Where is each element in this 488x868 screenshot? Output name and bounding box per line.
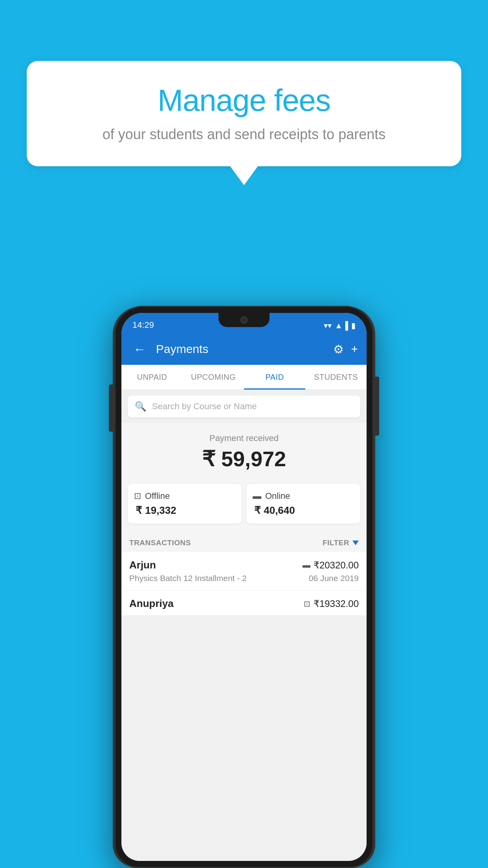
back-button[interactable]: ← — [130, 339, 149, 360]
txn-top-row-2: Anupriya ⊡ ₹19332.00 — [129, 598, 359, 610]
tab-students[interactable]: STUDENTS — [305, 365, 367, 390]
transaction-row[interactable]: Arjun ▬ ₹20320.00 Physics Batch 12 Insta… — [121, 552, 367, 590]
filter-triangle-icon — [352, 541, 359, 545]
tab-unpaid[interactable]: UNPAID — [121, 365, 183, 390]
txn-course: Physics Batch 12 Installment - 2 — [129, 574, 247, 583]
transactions-label: TRANSACTIONS — [129, 539, 191, 547]
battery-icon: ▮ — [351, 321, 356, 330]
add-icon[interactable]: + — [351, 342, 358, 356]
status-icons: ▾▾ ▲▐ ▮ — [324, 321, 356, 330]
payment-amount: ₹ 59,972 — [128, 447, 360, 471]
online-card-header: ▬ Online — [253, 491, 354, 501]
txn-name-2: Anupriya — [129, 598, 174, 610]
payment-received-label: Payment received — [128, 433, 360, 443]
offline-label: Offline — [145, 491, 170, 501]
payment-summary: Payment received ₹ 59,972 — [121, 423, 367, 480]
txn-amount: ₹20320.00 — [314, 560, 359, 571]
phone-outer: 14:29 ▾▾ ▲▐ ▮ ← Payments ⚙ + UNPAID — [114, 306, 374, 868]
offline-icon: ⊡ — [134, 491, 141, 501]
payment-cards-row: ⊡ Offline ₹ 19,332 ▬ Online ₹ 40,640 — [121, 480, 367, 531]
offline-card-header: ⊡ Offline — [134, 491, 235, 501]
offline-amount: ₹ 19,332 — [134, 504, 235, 517]
search-icon: 🔍 — [135, 401, 147, 412]
txn-top-row: Arjun ▬ ₹20320.00 — [129, 559, 359, 571]
bubble-title: Manage fees — [50, 83, 438, 118]
signal-icon: ▲▐ — [335, 321, 348, 330]
settings-icon[interactable]: ⚙ — [333, 342, 344, 356]
speech-bubble-container: Manage fees of your students and send re… — [27, 61, 461, 166]
txn-name: Arjun — [129, 559, 156, 571]
offline-payment-card: ⊡ Offline ₹ 19,332 — [128, 484, 242, 524]
wifi-icon: ▾▾ — [324, 321, 332, 330]
search-input[interactable]: Search by Course or Name — [152, 401, 257, 412]
phone-notch — [218, 313, 270, 327]
bubble-subtitle: of your students and send receipts to pa… — [50, 126, 438, 143]
app-bar: ← Payments ⚙ + — [121, 333, 367, 365]
filter-button[interactable]: FILTER — [323, 539, 359, 547]
txn-amount-wrap: ▬ ₹20320.00 — [303, 560, 359, 571]
tab-paid[interactable]: PAID — [244, 365, 305, 390]
online-payment-card: ▬ Online ₹ 40,640 — [246, 484, 360, 524]
online-label: Online — [265, 491, 290, 501]
status-time: 14:29 — [132, 320, 154, 330]
tab-upcoming[interactable]: UPCOMING — [183, 365, 244, 390]
notch-camera — [240, 316, 248, 324]
phone-frame: 14:29 ▾▾ ▲▐ ▮ ← Payments ⚙ + UNPAID — [114, 306, 374, 868]
txn-card-icon-2: ⊡ — [304, 599, 310, 609]
phone-screen: 14:29 ▾▾ ▲▐ ▮ ← Payments ⚙ + UNPAID — [121, 313, 367, 861]
filter-label: FILTER — [323, 539, 349, 547]
app-bar-actions: ⚙ + — [333, 342, 358, 356]
txn-amount-2: ₹19332.00 — [314, 598, 359, 609]
txn-bottom-row: Physics Batch 12 Installment - 2 06 June… — [129, 574, 359, 583]
txn-amount-wrap-2: ⊡ ₹19332.00 — [304, 598, 359, 609]
main-content: 🔍 Search by Course or Name Payment recei… — [121, 395, 367, 615]
tabs-bar: UNPAID UPCOMING PAID STUDENTS — [121, 365, 367, 390]
page-title: Payments — [156, 342, 326, 356]
transaction-row-partial[interactable]: Anupriya ⊡ ₹19332.00 — [121, 590, 367, 615]
search-bar[interactable]: 🔍 Search by Course or Name — [128, 395, 360, 417]
online-icon: ▬ — [253, 491, 261, 501]
online-amount: ₹ 40,640 — [253, 504, 354, 517]
speech-bubble: Manage fees of your students and send re… — [27, 61, 461, 166]
txn-date: 06 June 2019 — [309, 574, 359, 583]
txn-card-icon: ▬ — [303, 561, 310, 570]
transactions-header: TRANSACTIONS FILTER — [121, 531, 367, 552]
